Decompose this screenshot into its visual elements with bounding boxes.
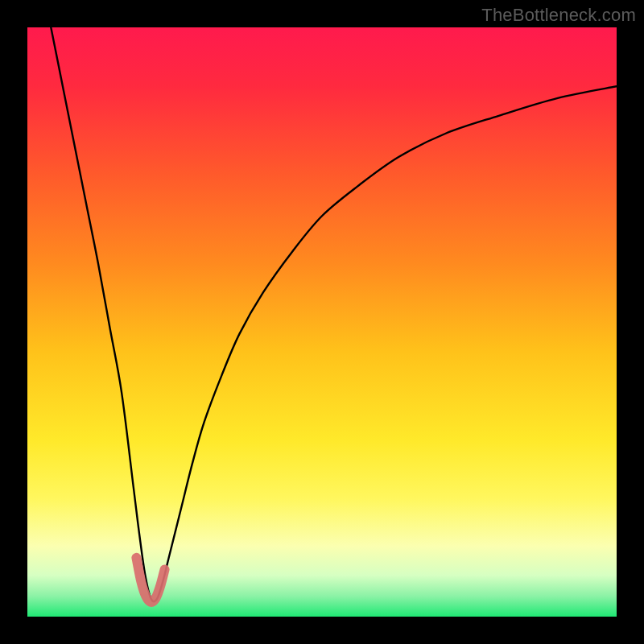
chart-frame: TheBottleneck.com: [0, 0, 644, 644]
plot-area: [27, 27, 617, 617]
bottleneck-curve: [51, 27, 617, 601]
bottleneck-curve-layer: [27, 27, 617, 617]
watermark-text: TheBottleneck.com: [481, 5, 636, 26]
optimal-range-marker: [136, 558, 164, 602]
